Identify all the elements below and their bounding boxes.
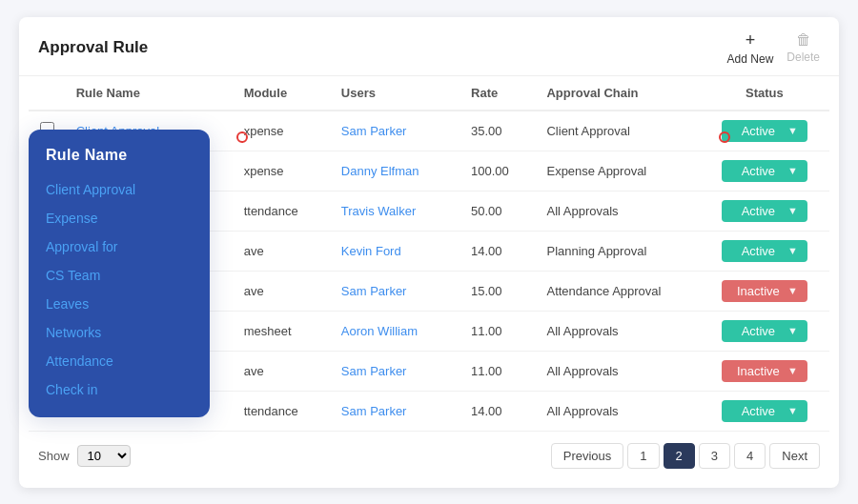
row-chain: Expense Approval <box>537 151 699 191</box>
trash-icon: 🗑 <box>796 31 811 49</box>
col-header-chain: Approval Chain <box>537 76 699 111</box>
status-badge-arrow-icon: ▼ <box>787 325 798 336</box>
tooltip-item-expense[interactable]: Expense <box>29 204 210 232</box>
delete-label: Delete <box>786 50 820 64</box>
row-chain: Planning Approval <box>537 231 699 271</box>
row-users[interactable]: Sam Parker <box>332 111 461 151</box>
status-badge-label: Active <box>735 204 782 218</box>
status-badge-label: Active <box>735 164 782 178</box>
pagination-page-2[interactable]: 2 <box>664 443 695 469</box>
row-status: Active ▼ <box>700 391 829 431</box>
add-new-button[interactable]: + Add New <box>727 30 774 66</box>
rule-name-tooltip: Rule Name Client Approval Expense Approv… <box>29 130 210 417</box>
tooltip-header: Rule Name <box>29 139 210 175</box>
row-status: Active ▼ <box>700 231 829 271</box>
show-label: Show <box>38 449 70 463</box>
status-badge[interactable]: Active ▼ <box>722 160 807 182</box>
row-rate: 50.00 <box>461 191 537 231</box>
show-section: Show 10 25 50 100 <box>38 445 131 467</box>
highlight-circle-left <box>236 131 248 143</box>
status-badge-label: Active <box>735 244 782 258</box>
tooltip-item-client-approval[interactable]: Client Approval <box>29 175 210 204</box>
status-badge-label: Inactive <box>735 284 782 298</box>
add-new-label: Add New <box>727 52 774 66</box>
tooltip-item-leaves[interactable]: Leaves <box>29 290 210 318</box>
row-module: ave <box>235 351 332 391</box>
tooltip-item-cs-team[interactable]: CS Team <box>29 261 210 290</box>
status-badge-arrow-icon: ▼ <box>787 245 798 256</box>
tooltip-item-networks[interactable]: Networks <box>29 318 210 347</box>
row-status: Active ▼ <box>700 111 829 151</box>
status-badge[interactable]: Active ▼ <box>722 320 807 342</box>
highlight-circle-right <box>719 131 730 143</box>
row-chain: All Approvals <box>537 351 699 391</box>
row-status: Inactive ▼ <box>700 271 829 311</box>
tooltip-item-check-in[interactable]: Check in <box>29 375 210 404</box>
plus-icon: + <box>746 30 756 50</box>
row-chain: All Approvals <box>537 191 699 231</box>
row-status: Active ▼ <box>700 151 829 191</box>
row-status: Inactive ▼ <box>700 351 829 391</box>
row-rate: 11.00 <box>461 311 537 351</box>
page-title: Approval Rule <box>38 38 148 57</box>
row-module: ttendance <box>235 191 332 231</box>
row-rate: 15.00 <box>461 271 537 311</box>
table-header-row: Rule Name Module Users Rate Approval Cha… <box>29 76 829 111</box>
status-badge-label: Active <box>735 404 782 418</box>
col-header-check <box>29 76 67 111</box>
show-select[interactable]: 10 25 50 100 <box>77 445 131 467</box>
row-users[interactable]: Aoron William <box>332 311 461 351</box>
tooltip-item-attendance[interactable]: Attendance <box>29 347 210 375</box>
row-users[interactable]: Sam Parker <box>332 391 461 431</box>
col-header-module: Module <box>235 76 332 111</box>
header-actions: + Add New 🗑 Delete <box>727 30 820 66</box>
status-badge-arrow-icon: ▼ <box>787 165 798 176</box>
row-rate: 35.00 <box>461 111 537 151</box>
table-wrap: Rule Name Client Approval Expense Approv… <box>19 76 839 432</box>
row-rate: 11.00 <box>461 351 537 391</box>
status-badge-label: Inactive <box>735 364 782 378</box>
row-users[interactable]: Travis Walker <box>332 191 461 231</box>
pagination-next[interactable]: Next <box>769 443 820 469</box>
pagination-page-1[interactable]: 1 <box>627 443 659 469</box>
pagination-page-3[interactable]: 3 <box>699 443 730 469</box>
row-users[interactable]: Danny Elfman <box>332 151 461 191</box>
row-chain: All Approvals <box>537 391 699 431</box>
status-badge[interactable]: Active ▼ <box>722 400 807 422</box>
pagination-page-4[interactable]: 4 <box>734 443 766 469</box>
table-footer: Show 10 25 50 100 Previous 1 2 3 4 Next <box>19 432 839 473</box>
row-chain: All Approvals <box>537 311 699 351</box>
col-header-rulename: Rule Name <box>67 76 235 111</box>
status-badge-arrow-icon: ▼ <box>787 405 798 416</box>
row-users[interactable]: Kevin Ford <box>332 231 461 271</box>
pagination-previous[interactable]: Previous <box>551 443 624 469</box>
delete-button[interactable]: 🗑 Delete <box>786 31 820 64</box>
row-module: xpense <box>235 111 332 151</box>
row-chain: Attendance Approval <box>537 271 699 311</box>
status-badge-label: Active <box>735 124 782 138</box>
pagination: Previous 1 2 3 4 Next <box>551 443 820 469</box>
status-badge-arrow-icon: ▼ <box>787 365 798 376</box>
status-badge-arrow-icon: ▼ <box>787 125 798 136</box>
page-header: Approval Rule + Add New 🗑 Delete <box>19 17 839 76</box>
col-header-rate: Rate <box>461 76 537 111</box>
row-users[interactable]: Sam Parker <box>332 351 461 391</box>
status-badge[interactable]: Active ▼ <box>722 120 807 142</box>
status-badge-arrow-icon: ▼ <box>787 285 798 296</box>
row-module: xpense <box>235 151 332 191</box>
col-header-status: Status <box>700 76 829 111</box>
col-header-users: Users <box>332 76 461 111</box>
status-badge[interactable]: Active ▼ <box>722 240 807 262</box>
status-badge[interactable]: Inactive ▼ <box>722 280 807 302</box>
row-chain: Client Approval <box>537 111 699 151</box>
row-module: ave <box>235 231 332 271</box>
row-rate: 14.00 <box>461 231 537 271</box>
tooltip-item-approval-for[interactable]: Approval for <box>29 232 210 261</box>
row-module: ttendance <box>235 391 332 431</box>
status-badge-arrow-icon: ▼ <box>787 205 798 216</box>
row-status: Active ▼ <box>700 311 829 351</box>
row-users[interactable]: Sam Parker <box>332 271 461 311</box>
status-badge[interactable]: Active ▼ <box>722 200 807 222</box>
status-badge[interactable]: Inactive ▼ <box>722 360 807 382</box>
row-module: ave <box>235 271 332 311</box>
